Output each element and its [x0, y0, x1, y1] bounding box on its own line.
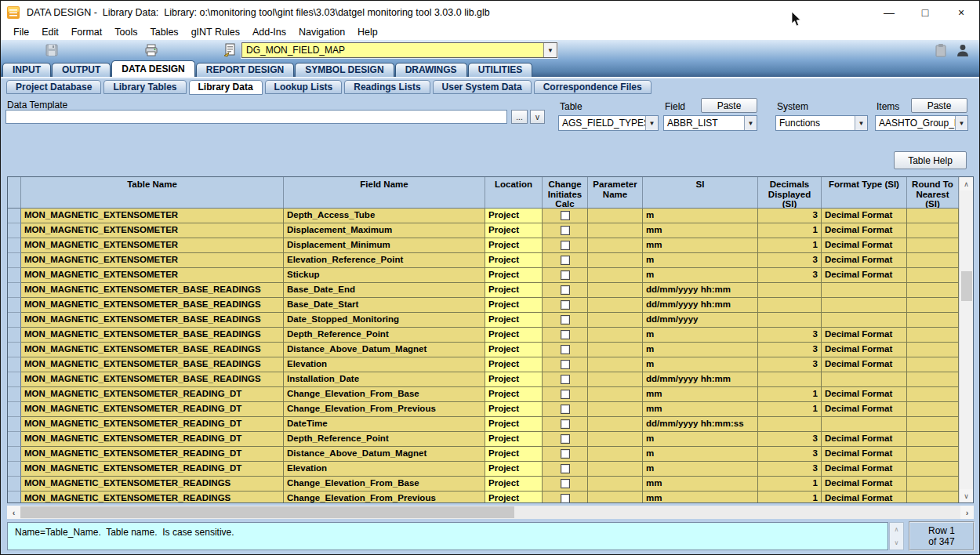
- row-selector[interactable]: [8, 417, 21, 432]
- cell-round-to-nearest[interactable]: [907, 298, 959, 313]
- cell-format-type[interactable]: Decimal Format: [822, 477, 907, 492]
- tab-drawings[interactable]: DRAWINGS: [395, 63, 467, 77]
- menu-item-add-ins[interactable]: Add-Ins: [246, 25, 292, 39]
- cell-field-name[interactable]: Displacement_Minimum: [284, 238, 485, 253]
- cell-si[interactable]: dd/mm/yyyy hh:mm: [643, 283, 758, 298]
- cell-round-to-nearest[interactable]: [907, 432, 959, 447]
- vertical-scrollbar-thumb[interactable]: [961, 271, 972, 301]
- scroll-down-icon[interactable]: ∨: [960, 489, 973, 502]
- cell-parameter-name[interactable]: [588, 298, 643, 313]
- cell-format-type[interactable]: Decimal Format: [822, 387, 907, 402]
- cell-decimals-displayed[interactable]: 3: [758, 447, 822, 462]
- cell-round-to-nearest[interactable]: [907, 209, 959, 223]
- cell-round-to-nearest[interactable]: [907, 238, 959, 253]
- cell-table-name[interactable]: MON_MAGNETIC_EXTENSOMETER_BASE_READINGS: [21, 283, 284, 298]
- calc-checkbox[interactable]: [561, 464, 570, 473]
- cell-parameter-name[interactable]: [588, 492, 643, 502]
- cell-field-name[interactable]: Change_Elevation_From_Previous: [284, 492, 485, 502]
- cell-parameter-name[interactable]: [588, 328, 643, 343]
- cell-table-name[interactable]: MON_MAGNETIC_EXTENSOMETER_BASE_READINGS: [21, 343, 284, 357]
- subtab-correspondence-files[interactable]: Correspondence Files: [534, 80, 652, 94]
- cell-round-to-nearest[interactable]: [907, 223, 959, 238]
- row-selector[interactable]: [8, 492, 21, 502]
- cell-parameter-name[interactable]: [588, 462, 643, 477]
- cell-location[interactable]: Project: [485, 357, 543, 372]
- cell-round-to-nearest[interactable]: [907, 417, 959, 432]
- cell-location[interactable]: Project: [485, 447, 543, 462]
- cell-si[interactable]: m: [643, 209, 758, 223]
- calc-checkbox[interactable]: [561, 211, 570, 220]
- chevron-down-icon[interactable]: ▼: [744, 116, 757, 130]
- cell-table-name[interactable]: MON_MAGNETIC_EXTENSOMETER_READING_DT: [21, 387, 284, 402]
- cell-parameter-name[interactable]: [588, 477, 643, 492]
- subtab-readings-lists[interactable]: Readings Lists: [344, 80, 430, 94]
- cell-si[interactable]: mm: [643, 387, 758, 402]
- cell-location[interactable]: Project: [485, 432, 543, 447]
- tab-data-design[interactable]: DATA DESIGN: [111, 60, 194, 77]
- calc-checkbox[interactable]: [561, 375, 570, 384]
- row-selector[interactable]: [8, 477, 21, 492]
- tab-utilities[interactable]: UTILITIES: [468, 63, 533, 77]
- calc-checkbox[interactable]: [561, 330, 570, 339]
- cell-format-type[interactable]: [822, 313, 907, 328]
- cell-decimals-displayed[interactable]: 1: [758, 238, 822, 253]
- cell-field-name[interactable]: DateTime: [284, 417, 485, 432]
- cell-format-type[interactable]: Decimal Format: [822, 492, 907, 502]
- field-paste-button[interactable]: Paste: [701, 98, 757, 113]
- calc-checkbox[interactable]: [561, 390, 570, 399]
- close-button[interactable]: ×: [943, 1, 979, 24]
- cell-location[interactable]: Project: [485, 298, 543, 313]
- cell-format-type[interactable]: Decimal Format: [822, 402, 907, 417]
- cell-decimals-displayed[interactable]: 3: [758, 253, 822, 268]
- calc-checkbox[interactable]: [561, 226, 570, 235]
- cell-si[interactable]: m: [643, 328, 758, 343]
- cell-round-to-nearest[interactable]: [907, 343, 959, 357]
- cell-decimals-displayed[interactable]: 1: [758, 402, 822, 417]
- row-selector[interactable]: [8, 387, 21, 402]
- cell-decimals-displayed[interactable]: [758, 298, 822, 313]
- chevron-down-icon[interactable]: ▼: [645, 116, 658, 130]
- cell-format-type[interactable]: [822, 298, 907, 313]
- cell-field-name[interactable]: Distance_Above_Datum_Magnet: [284, 447, 485, 462]
- cell-si[interactable]: mm: [643, 477, 758, 492]
- menu-item-help[interactable]: Help: [351, 25, 384, 39]
- scroll-left-icon[interactable]: ‹: [7, 506, 20, 519]
- cell-si[interactable]: mm: [643, 402, 758, 417]
- field-dropdown[interactable]: ABBR_LIST ▼: [663, 115, 757, 131]
- cell-field-name[interactable]: Change_Elevation_From_Base: [284, 387, 485, 402]
- cell-location[interactable]: Project: [485, 402, 543, 417]
- cell-round-to-nearest[interactable]: [907, 328, 959, 343]
- cell-table-name[interactable]: MON_MAGNETIC_EXTENSOMETER_READING_DT: [21, 432, 284, 447]
- cell-parameter-name[interactable]: [588, 238, 643, 253]
- chevron-down-icon[interactable]: ▼: [955, 116, 967, 130]
- cell-parameter-name[interactable]: [588, 357, 643, 372]
- cell-field-name[interactable]: Depth_Reference_Point: [284, 432, 485, 447]
- cell-field-name[interactable]: Displacement_Maximum: [284, 223, 485, 238]
- cell-decimals-displayed[interactable]: [758, 283, 822, 298]
- cell-parameter-name[interactable]: [588, 283, 643, 298]
- cell-field-name[interactable]: Installation_Date: [284, 372, 485, 387]
- spinner-down-icon[interactable]: ∨: [890, 536, 903, 550]
- cell-field-name[interactable]: Base_Date_End: [284, 283, 485, 298]
- menu-item-tools[interactable]: Tools: [108, 25, 143, 39]
- calc-checkbox[interactable]: [561, 270, 570, 280]
- cell-decimals-displayed[interactable]: 3: [758, 432, 822, 447]
- system-dropdown[interactable]: Functions ▼: [775, 115, 868, 131]
- cell-si[interactable]: m: [643, 253, 758, 268]
- vertical-scrollbar[interactable]: ∧ ∨: [959, 177, 973, 502]
- print-icon[interactable]: [144, 43, 158, 57]
- scroll-up-icon[interactable]: ∧: [960, 177, 973, 190]
- cell-table-name[interactable]: MON_MAGNETIC_EXTENSOMETER: [21, 209, 284, 223]
- row-selector[interactable]: [8, 313, 21, 328]
- cell-round-to-nearest[interactable]: [907, 387, 959, 402]
- cell-round-to-nearest[interactable]: [907, 402, 959, 417]
- tab-symbol-design[interactable]: SYMBOL DESIGN: [295, 63, 394, 77]
- tab-input[interactable]: INPUT: [2, 63, 51, 77]
- cell-table-name[interactable]: MON_MAGNETIC_EXTENSOMETER_BASE_READINGS: [21, 313, 284, 328]
- cell-location[interactable]: Project: [485, 372, 543, 387]
- cell-location[interactable]: Project: [485, 462, 543, 477]
- calc-checkbox[interactable]: [561, 449, 570, 459]
- calc-checkbox[interactable]: [561, 479, 570, 488]
- cell-round-to-nearest[interactable]: [907, 283, 959, 298]
- chevron-down-icon[interactable]: ▼: [543, 43, 557, 57]
